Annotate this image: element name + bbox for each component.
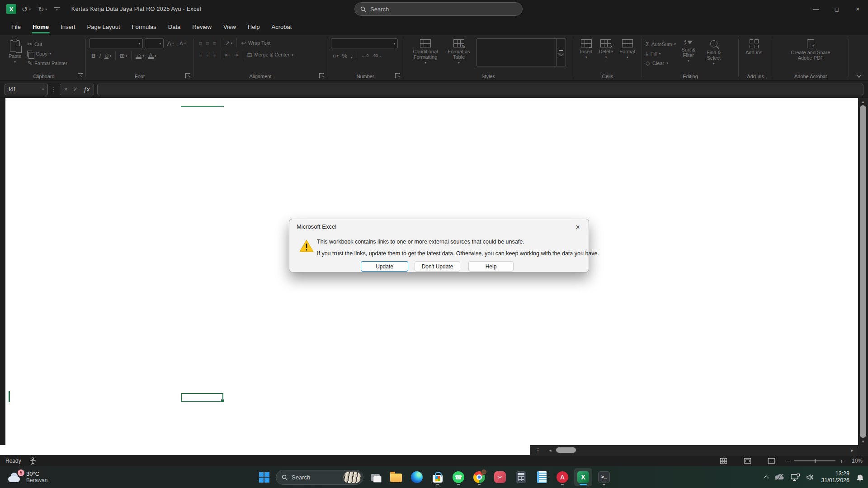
- calculator-button[interactable]: [512, 468, 530, 486]
- accessibility-checker-icon[interactable]: [29, 457, 36, 465]
- create-share-pdf-button[interactable]: Create and Share Adobe PDF: [781, 38, 840, 61]
- increase-font-size-button[interactable]: A˄: [165, 40, 176, 47]
- tab-home[interactable]: Home: [27, 18, 55, 35]
- notifications-dnd-icon[interactable]: z: [856, 473, 864, 482]
- formula-bar-splitter[interactable]: ⋮: [51, 86, 57, 93]
- find-select-button[interactable]: Find & Select: [701, 38, 726, 66]
- network-display-icon[interactable]: [791, 474, 800, 481]
- scrollbar-resize-grip[interactable]: ⋮: [530, 445, 546, 455]
- font-dialog-launcher[interactable]: [185, 73, 190, 78]
- edge-button[interactable]: [408, 468, 426, 486]
- vertical-scroll-thumb[interactable]: [860, 105, 866, 438]
- font-name-combo[interactable]: [90, 38, 143, 48]
- taskbar-search-box[interactable]: Search: [276, 470, 363, 485]
- red-round-app-button[interactable]: A: [553, 468, 571, 486]
- delete-cells-button[interactable]: × Delete: [596, 38, 617, 60]
- update-button[interactable]: Update: [361, 261, 408, 272]
- tab-data[interactable]: Data: [162, 18, 186, 35]
- chrome-button[interactable]: [470, 468, 488, 486]
- dialog-close-button[interactable]: ×: [573, 222, 583, 232]
- format-as-table-button[interactable]: ✎ Format as Table: [444, 38, 474, 65]
- alignment-dialog-launcher[interactable]: [319, 73, 324, 78]
- active-cell[interactable]: [181, 393, 223, 402]
- addins-button[interactable]: Add-ins: [742, 38, 765, 56]
- wrap-text-button[interactable]: ↩Wrap Text: [239, 40, 272, 46]
- number-dialog-launcher[interactable]: [395, 73, 400, 78]
- zoom-out-button[interactable]: −: [787, 458, 790, 465]
- bottom-align-button[interactable]: ≡: [211, 40, 218, 46]
- tab-view[interactable]: View: [217, 18, 242, 35]
- comma-style-button[interactable]: ,: [349, 53, 354, 59]
- scroll-right-arrow[interactable]: ▸: [848, 448, 856, 453]
- merge-center-button[interactable]: ⊟Merge & Center: [245, 52, 295, 58]
- tab-formulas[interactable]: Formulas: [126, 18, 162, 35]
- name-box[interactable]: I41: [5, 84, 48, 95]
- customize-quick-access-toolbar-button[interactable]: [54, 7, 60, 11]
- weather-widget[interactable]: 5 30°C Berawan: [5, 467, 50, 487]
- help-button[interactable]: Help: [468, 261, 514, 272]
- task-view-button[interactable]: [366, 468, 384, 486]
- cell-styles-gallery[interactable]: [476, 38, 566, 66]
- accounting-format-button[interactable]: ¤: [331, 53, 340, 59]
- sort-filter-button[interactable]: AZ Sort & Filter: [676, 38, 701, 63]
- cell-styles-more-button[interactable]: [557, 39, 566, 66]
- orientation-button[interactable]: ↗: [223, 40, 234, 46]
- percent-style-button[interactable]: %: [340, 53, 349, 59]
- zoom-in-button[interactable]: +: [840, 458, 843, 465]
- italic-button[interactable]: I: [97, 52, 103, 59]
- decrease-decimal-button[interactable]: .00→: [370, 53, 384, 58]
- clock[interactable]: 13:29 31/01/2026: [821, 470, 849, 484]
- borders-button[interactable]: ⊞: [118, 53, 129, 59]
- middle-align-button[interactable]: ≡: [204, 40, 212, 46]
- align-left-button[interactable]: ≡: [197, 52, 204, 58]
- format-cells-button[interactable]: Format: [616, 38, 638, 60]
- excel-app-icon[interactable]: X: [6, 4, 16, 14]
- titlebar-search-box[interactable]: Search: [354, 2, 523, 16]
- snipping-tool-button[interactable]: ✂: [491, 468, 509, 486]
- underline-button[interactable]: U: [103, 52, 113, 59]
- start-button[interactable]: [255, 468, 273, 486]
- vertical-scrollbar[interactable]: ▴ ▾: [858, 98, 868, 445]
- bold-button[interactable]: B: [90, 52, 97, 59]
- scroll-left-arrow[interactable]: ◂: [546, 448, 554, 453]
- normal-view-button[interactable]: [720, 458, 727, 464]
- horizontal-scrollbar[interactable]: ◂ ▸: [546, 445, 857, 455]
- format-painter-button[interactable]: ✎Format Painter: [27, 58, 67, 68]
- page-break-preview-button[interactable]: [768, 458, 775, 464]
- tab-file[interactable]: File: [5, 18, 27, 35]
- copy-button[interactable]: Copy: [27, 49, 67, 58]
- volume-icon[interactable]: [806, 474, 815, 481]
- page-layout-view-button[interactable]: [744, 458, 751, 464]
- enter-button[interactable]: ✓: [73, 86, 78, 93]
- microsoft-store-button[interactable]: [429, 468, 447, 486]
- horizontal-scroll-thumb[interactable]: [556, 447, 576, 453]
- file-explorer-button[interactable]: [387, 468, 405, 486]
- cut-button[interactable]: ✂Cut: [27, 39, 67, 49]
- collapse-ribbon-button[interactable]: [856, 72, 861, 77]
- notes-app-button[interactable]: [533, 468, 551, 486]
- onedrive-offline-icon[interactable]: [774, 474, 784, 481]
- align-center-button[interactable]: ≡: [204, 52, 212, 58]
- excel-taskbar-button[interactable]: X: [574, 468, 592, 486]
- tab-acrobat[interactable]: Acrobat: [266, 18, 298, 35]
- tab-page-layout[interactable]: Page Layout: [81, 18, 126, 35]
- tab-insert[interactable]: Insert: [55, 18, 81, 35]
- tab-help[interactable]: Help: [242, 18, 266, 35]
- increase-decimal-button[interactable]: ←.0: [359, 53, 371, 58]
- clear-button[interactable]: ◇Clear: [646, 58, 676, 68]
- insert-function-button[interactable]: ƒx: [84, 86, 90, 93]
- autosum-button[interactable]: ΣAutoSum: [646, 39, 676, 49]
- decrease-font-size-button[interactable]: A˅: [178, 41, 188, 46]
- font-color-button[interactable]: A: [146, 53, 158, 59]
- undo-button[interactable]: ↺: [22, 5, 31, 14]
- whatsapp-button[interactable]: ☎: [449, 468, 467, 486]
- scroll-down-arrow[interactable]: ▾: [862, 439, 864, 444]
- font-size-combo[interactable]: [145, 38, 164, 48]
- redo-button[interactable]: ↻: [38, 5, 47, 14]
- conditional-formatting-button[interactable]: Conditional Formatting: [407, 38, 444, 65]
- formula-input[interactable]: [97, 84, 863, 95]
- increase-indent-button[interactable]: ⇥: [232, 52, 241, 58]
- terminal-button[interactable]: >_: [595, 468, 613, 486]
- cell-styles-gallery-body[interactable]: [477, 39, 557, 66]
- decrease-indent-button[interactable]: ⇤: [223, 52, 232, 58]
